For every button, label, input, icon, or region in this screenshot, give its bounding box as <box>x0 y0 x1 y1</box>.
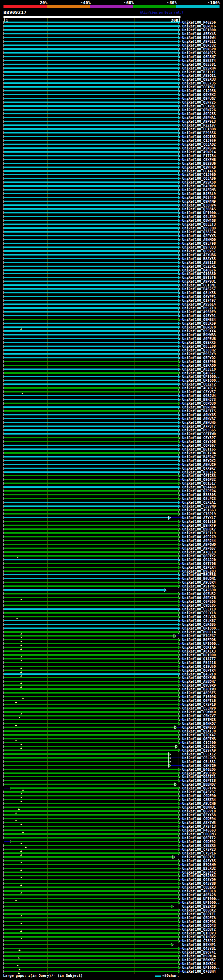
hit-row[interactable]: UniRef100_UPI000.. <box>0 642 223 646</box>
hit-row[interactable]: UniRef100_Q9SXU3 <box>0 78 223 81</box>
hit-row[interactable]: UniRef100_Q9LF98 <box>0 242 223 245</box>
hit-row[interactable]: UniRef100_A9NUH5 <box>0 421 223 425</box>
hit-row[interactable]: UniRef100_Q6PTL6 <box>0 699 223 703</box>
hit-row[interactable]: UniRef100_Q5XXS8 <box>0 813 223 817</box>
hit-row[interactable]: UniRef100_Q3E716 <box>0 470 223 474</box>
hit-row[interactable]: UniRef100_B4FWP0 <box>0 184 223 188</box>
hit-row[interactable]: UniRef100_Q9SXX5 <box>0 341 223 345</box>
hit-row[interactable]: UniRef100_B6UE86 <box>0 573 223 577</box>
hit-row[interactable]: UniRef100_A9TPN5 <box>0 584 223 588</box>
hit-row[interactable]: UniRef100_Q9XEK2 <box>0 93 223 97</box>
hit-row[interactable]: UniRef100_P93565 <box>0 428 223 432</box>
hit-row[interactable]: UniRef100_Q297A9 <box>0 748 223 752</box>
hit-row[interactable]: UniRef100_Q9XFU6 <box>0 676 223 679</box>
hit-row[interactable]: UniRef100_UPI000.. <box>0 375 223 379</box>
hit-row[interactable]: UniRef100_B3S803 <box>0 493 223 497</box>
hit-row[interactable]: UniRef100_Q6PTI2 <box>0 836 223 840</box>
hit-row[interactable]: UniRef100_A9U3R4 <box>0 581 223 584</box>
hit-row[interactable]: UniRef100_Q45YD9 <box>0 878 223 881</box>
hit-row[interactable]: UniRef100_C8BZR4 <box>0 798 223 802</box>
hit-row[interactable]: UniRef100_Q8LPC3 <box>0 497 223 501</box>
hit-row[interactable]: UniRef100_P17784 <box>0 154 223 158</box>
hit-row[interactable]: UniRef100_Q6PTP4 <box>0 786 223 790</box>
hit-row[interactable]: UniRef100_B4FAL9 <box>0 192 223 196</box>
hit-row[interactable]: UniRef100_Q6RSN7 <box>0 55 223 59</box>
hit-row[interactable]: UniRef100_Q2PYX3 <box>0 234 223 238</box>
hit-row[interactable]: UniRef100_Q45Y97 <box>0 790 223 794</box>
hit-row[interactable]: UniRef100_Q38JH2 <box>0 348 223 352</box>
hit-row[interactable]: UniRef100_Q76BH4 <box>0 970 223 974</box>
hit-row[interactable]: UniRef100_Q6T706 <box>0 562 223 566</box>
hit-row[interactable]: UniRef100_B4FRM3 <box>0 188 223 192</box>
hit-row[interactable]: UniRef100_Q9LZR9 <box>0 215 223 219</box>
hit-row[interactable]: UniRef100_B9HJ73 <box>0 398 223 401</box>
hit-row[interactable]: UniRef100_A9SGL4 <box>0 302 223 306</box>
hit-row[interactable]: UniRef100_B0YQX2 <box>0 459 223 463</box>
hit-row[interactable]: UniRef100_Q9ATJ1 <box>0 775 223 779</box>
hit-row[interactable]: UniRef100_Q7X9K7 <box>0 466 223 470</box>
hit-row[interactable]: UniRef100_Q6PTF1 <box>0 912 223 916</box>
hit-row[interactable]: UniRef100_Q6PTK2 <box>0 554 223 558</box>
hit-row[interactable]: UniRef100_B8AY35 <box>0 257 223 261</box>
hit-row[interactable]: UniRef100_B7GE67 <box>0 634 223 638</box>
hit-row[interactable]: UniRef100_B4KB24 <box>0 962 223 966</box>
hit-row[interactable]: UniRef100_C6TCS3 <box>0 474 223 478</box>
hit-row[interactable]: UniRef100_B9HRF9 <box>0 523 223 527</box>
hit-row[interactable]: UniRef100_C6T4L8 <box>0 169 223 173</box>
hit-row[interactable]: UniRef100_UPI000.. <box>0 966 223 970</box>
hit-row[interactable]: UniRef100_O17497 <box>0 299 223 302</box>
hit-row[interactable]: UniRef100_C9DE90 <box>0 794 223 798</box>
hit-row[interactable]: UniRef100_Q01517 <box>0 482 223 485</box>
hit-row[interactable]: UniRef100_B6KMB7 <box>0 958 223 962</box>
hit-row[interactable]: UniRef100_Q6PTI8 <box>0 779 223 783</box>
hit-row[interactable]: UniRef100_UPI000.. <box>0 897 223 901</box>
hit-row[interactable]: UniRef100_B9EZ83 <box>0 570 223 573</box>
hit-row[interactable]: UniRef100_C5KCV7 <box>0 714 223 718</box>
hit-row[interactable]: UniRef100_C0PS67 <box>0 444 223 447</box>
hit-row[interactable]: UniRef100_Q0DIB5 <box>0 135 223 139</box>
hit-row[interactable]: UniRef100_Q9ATJ0 <box>0 729 223 733</box>
hit-row[interactable]: UniRef100_C5XFH6 <box>0 158 223 162</box>
hit-row[interactable]: UniRef100_B0FPD8 <box>0 638 223 642</box>
hit-row[interactable]: UniRef100_C1ECQ2 <box>0 745 223 748</box>
hit-row[interactable]: UniRef100_C3XV57 <box>0 390 223 394</box>
hit-row[interactable]: UniRef100_C7SP19 <box>0 512 223 516</box>
hit-row[interactable]: UniRef100_Q6RUF6 <box>0 24 223 28</box>
hit-row[interactable]: UniRef100_C5KWK0 <box>0 710 223 714</box>
hit-row[interactable]: UniRef100_UPI000.. <box>0 379 223 382</box>
hit-row[interactable]: UniRef100_P08440 <box>0 196 223 200</box>
hit-row[interactable]: UniRef100_A8XLX3 <box>0 649 223 653</box>
hit-row[interactable]: UniRef100_B7Q5H9 <box>0 863 223 867</box>
hit-row[interactable]: UniRef100_Q8MNU1 <box>0 805 223 809</box>
hit-row[interactable]: UniRef100_Q5DFD3 <box>0 920 223 924</box>
hit-row[interactable]: UniRef100_Q5N725 <box>0 100 223 104</box>
hit-row[interactable]: UniRef100_B3TLY1 <box>0 70 223 74</box>
hit-row[interactable]: UniRef100_B4FR47 <box>0 455 223 459</box>
hit-row[interactable]: UniRef100_C0Z2F2 <box>0 382 223 386</box>
hit-row[interactable]: UniRef100_B4NKQ7 <box>0 722 223 725</box>
hit-row[interactable]: UniRef100_Q2RA00 <box>0 364 223 368</box>
hit-row[interactable]: UniRef100_B9FU33 <box>0 245 223 249</box>
hit-row[interactable]: UniRef100_C0JAD2 <box>0 143 223 146</box>
hit-row[interactable]: UniRef100_A2XUB6 <box>0 253 223 257</box>
hit-row[interactable]: UniRef100_C9DE92 <box>0 840 223 844</box>
hit-row[interactable]: UniRef100_C1J959 <box>0 139 223 143</box>
hit-row[interactable]: UniRef100_B4FTI5 <box>0 409 223 413</box>
hit-row[interactable]: UniRef100_C6TMG1 <box>0 85 223 89</box>
hit-row[interactable]: UniRef100_B9SZT9 <box>0 306 223 310</box>
hit-row[interactable]: UniRef100_C5XEA1 <box>0 501 223 504</box>
hit-row[interactable]: UniRef100_A9NX65 <box>0 413 223 417</box>
hit-row[interactable]: UniRef100_C7SP23 <box>0 848 223 851</box>
hit-row[interactable]: UniRef100_Q40676 <box>0 268 223 272</box>
hit-row[interactable]: UniRef100_Q944G9 <box>0 485 223 489</box>
hit-row[interactable]: UniRef100_Q45YB1 <box>0 947 223 950</box>
hit-row[interactable]: UniRef100_C5LNV8 <box>0 706 223 710</box>
hit-row[interactable]: UniRef100_P46563 <box>0 829 223 832</box>
hit-row[interactable]: UniRef100_C7SP18 <box>0 703 223 706</box>
hit-row[interactable]: UniRef100_Q1HDV2 <box>0 935 223 939</box>
hit-row[interactable]: UniRef100_UPI000.. <box>0 28 223 32</box>
hit-row[interactable]: UniRef100_C1J958 <box>0 89 223 93</box>
hit-row[interactable]: UniRef100_B9HFI4 <box>0 630 223 634</box>
hit-row[interactable]: UniRef100_A7QE19 <box>0 550 223 554</box>
hit-row[interactable]: UniRef100_B9PW34 <box>0 954 223 958</box>
